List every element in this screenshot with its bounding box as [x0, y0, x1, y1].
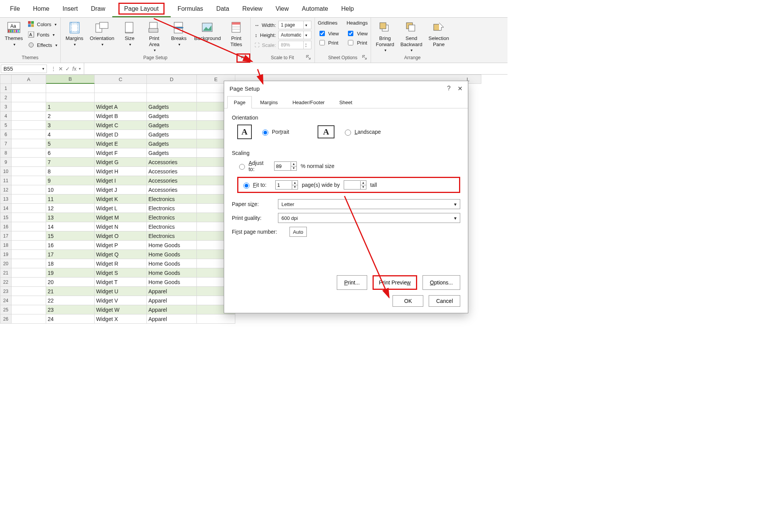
paper-size-select[interactable]: Letter▾: [278, 199, 460, 209]
cell[interactable]: 10: [46, 185, 95, 195]
row-header[interactable]: 9: [0, 158, 12, 167]
cell[interactable]: 15: [46, 231, 95, 241]
gridlines-print-checkbox[interactable]: Print: [318, 39, 339, 47]
cell[interactable]: Widget C: [95, 121, 147, 130]
cell[interactable]: [12, 102, 46, 111]
cell[interactable]: 4: [46, 130, 95, 139]
cell[interactable]: Widget Q: [95, 250, 147, 259]
margins-button[interactable]: Margins▾: [64, 20, 85, 48]
cell[interactable]: 20: [46, 278, 95, 287]
cell[interactable]: Widget R: [95, 259, 147, 268]
print-quality-select[interactable]: 600 dpi▾: [278, 213, 460, 223]
breaks-button[interactable]: Breaks▾: [168, 20, 190, 48]
row-header[interactable]: 25: [0, 305, 12, 314]
cell[interactable]: Accessories: [147, 158, 197, 167]
cell[interactable]: Widget B: [95, 111, 147, 121]
scale-dialog-launcher[interactable]: [305, 55, 311, 61]
ok-button[interactable]: OK: [393, 295, 423, 307]
cell[interactable]: Accessories: [147, 185, 197, 195]
cell[interactable]: [12, 148, 46, 158]
background-button[interactable]: Background: [193, 20, 222, 42]
headings-print-checkbox[interactable]: Print: [346, 39, 368, 47]
row-header[interactable]: 13: [0, 195, 12, 204]
row-header[interactable]: 16: [0, 222, 12, 231]
table-header-cell[interactable]: Category: [147, 93, 197, 102]
cell[interactable]: 24: [46, 314, 95, 324]
cell[interactable]: [12, 296, 46, 305]
cell[interactable]: Widget T: [95, 278, 147, 287]
print-button[interactable]: Print...: [337, 275, 367, 290]
cell[interactable]: Home Goods: [147, 241, 197, 250]
dialog-tab-margins[interactable]: Margins: [253, 96, 284, 108]
cell[interactable]: 6: [46, 148, 95, 158]
fonts-button[interactable]: A Fonts▾: [28, 31, 57, 38]
cell[interactable]: Widget V: [95, 296, 147, 305]
cell[interactable]: 7: [46, 158, 95, 167]
cell[interactable]: Widget K: [95, 195, 147, 204]
cell[interactable]: [12, 111, 46, 121]
fx-icon[interactable]: fx: [72, 66, 77, 72]
cell[interactable]: Apparel: [147, 287, 197, 296]
tab-automate[interactable]: Automate: [296, 2, 334, 17]
row-header[interactable]: 24: [0, 296, 12, 305]
table-header-cell[interactable]: Product ID: [46, 93, 95, 102]
cell[interactable]: Gadgets: [147, 148, 197, 158]
page-setup-dialog-launcher[interactable]: [236, 53, 250, 63]
row-header[interactable]: 11: [0, 176, 12, 185]
first-page-input[interactable]: Auto: [290, 227, 307, 237]
cell[interactable]: 5: [46, 139, 95, 148]
cell[interactable]: [46, 84, 95, 93]
help-icon[interactable]: ?: [447, 85, 451, 92]
fit-wide-spinner[interactable]: ▲▼: [275, 180, 298, 190]
cell[interactable]: Accessories: [147, 176, 197, 185]
gridlines-view-checkbox[interactable]: View: [318, 30, 339, 37]
print-preview-button[interactable]: Print Preview: [373, 275, 417, 290]
cell[interactable]: 1: [46, 102, 95, 111]
name-box[interactable]: B55▾: [1, 65, 47, 73]
cell[interactable]: 17: [46, 250, 95, 259]
cell[interactable]: 2: [46, 111, 95, 121]
cell[interactable]: Electronics: [147, 204, 197, 213]
row-header[interactable]: 8: [0, 148, 12, 158]
cell[interactable]: [12, 195, 46, 204]
close-icon[interactable]: ✕: [458, 85, 463, 92]
tab-draw[interactable]: Draw: [85, 2, 111, 17]
adjust-to-radio[interactable]: Adjust to:: [237, 160, 270, 172]
cell[interactable]: [147, 84, 197, 93]
cell[interactable]: Home Goods: [147, 250, 197, 259]
tab-review[interactable]: Review: [236, 2, 268, 17]
themes-button[interactable]: Aa Themes ▾: [3, 20, 25, 48]
select-all-corner[interactable]: [0, 75, 12, 84]
cell[interactable]: Widget M: [95, 213, 147, 222]
headings-view-checkbox[interactable]: View: [346, 30, 368, 37]
chevron-down-icon[interactable]: ▾: [79, 66, 81, 71]
scale-field[interactable]: 89%▴▾: [278, 41, 311, 49]
row-header[interactable]: 1: [0, 84, 12, 93]
row-header[interactable]: 12: [0, 185, 12, 195]
width-field[interactable]: 1 page▾: [278, 21, 311, 29]
cell[interactable]: Electronics: [147, 231, 197, 241]
cell[interactable]: Electronics: [147, 222, 197, 231]
print-area-button[interactable]: Print Area▾: [143, 20, 165, 53]
cell[interactable]: [197, 314, 235, 324]
cell[interactable]: 12: [46, 204, 95, 213]
cell[interactable]: Gadgets: [147, 130, 197, 139]
col-header-B[interactable]: B: [46, 75, 95, 84]
cell[interactable]: Widget X: [95, 314, 147, 324]
cell[interactable]: 3: [46, 121, 95, 130]
cell[interactable]: Widget O: [95, 231, 147, 241]
row-header[interactable]: 21: [0, 268, 12, 278]
cell[interactable]: [12, 250, 46, 259]
cell[interactable]: Widget U: [95, 287, 147, 296]
tab-insert[interactable]: Insert: [56, 2, 84, 17]
row-header[interactable]: 17: [0, 231, 12, 241]
cell[interactable]: [12, 259, 46, 268]
cell[interactable]: [12, 231, 46, 241]
tab-help[interactable]: Help: [335, 2, 360, 17]
cell[interactable]: 11: [46, 195, 95, 204]
row-header[interactable]: 26: [0, 314, 12, 324]
cell[interactable]: Widget P: [95, 241, 147, 250]
col-header-D[interactable]: D: [147, 75, 197, 84]
cell[interactable]: Widget H: [95, 167, 147, 176]
table-header-cell[interactable]: Product Name: [95, 93, 147, 102]
